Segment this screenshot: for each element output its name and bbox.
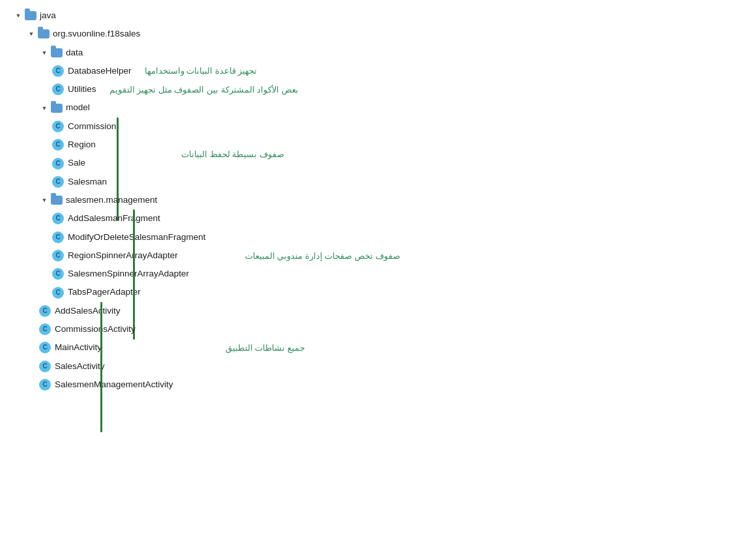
tree-node-salesactivity[interactable]: C SalesActivity: [39, 357, 173, 376]
arrow-java[interactable]: [13, 10, 23, 21]
file-tree: java org.svuonline.f18sales data C Datab…: [0, 0, 756, 400]
annotation-databasehelper: تجهيز قاعدة البيانات واستخدامها: [145, 63, 257, 78]
class-icon-databasehelper: C: [52, 65, 64, 77]
label-commission: Commission: [68, 119, 116, 134]
class-icon-regionspinnerarrayadapter: C: [52, 250, 64, 261]
label-salesman: Salesman: [68, 174, 107, 190]
tree-node-salesmen-management[interactable]: salesmen.management: [39, 191, 743, 209]
folder-icon-salesmen-management: [51, 196, 63, 205]
label-salesactivity: SalesActivity: [55, 359, 105, 374]
salesmen-annotation-container: صفوف تخص صفحات إدارة مندوبي المبيعات: [206, 209, 405, 301]
label-org: org.svuonline.f18sales: [53, 26, 140, 42]
class-icon-modifyordeletesalesmanfragment: C: [52, 231, 64, 243]
label-sale: Sale: [68, 155, 85, 171]
annotation-utilities: بعض الأكواد المشتركة بين الصفوف مثل تجهي…: [109, 82, 298, 97]
tree-node-tabspageradapter[interactable]: C TabsPagerAdapter: [52, 283, 206, 301]
activities-group-annotation: جميع نشاطات التطبيق: [225, 343, 305, 353]
label-regionspinnerarrayadapter: RegionSpinnerArrayAdapter: [68, 248, 178, 263]
tree-node-region[interactable]: C Region: [52, 136, 116, 154]
label-commissionsactivity: CommissionsActivity: [55, 321, 136, 337]
salesmen-group-annotation: صفوف تخص صفحات إدارة مندوبي المبيعات: [245, 251, 400, 261]
label-salesmenmanagementactivity: SalesmenManagementActivity: [55, 377, 173, 393]
folder-icon-data: [51, 48, 63, 57]
tree-node-java[interactable]: java: [13, 7, 743, 25]
folder-icon-model: [51, 104, 63, 113]
class-icon-addsalesmanfragment: C: [52, 213, 64, 224]
tree-node-salesmenmanagementactivity[interactable]: C SalesmenManagementActivity: [39, 376, 173, 394]
class-icon-commission: C: [52, 121, 64, 132]
label-region: Region: [68, 137, 96, 153]
class-icon-commissionsactivity: C: [39, 323, 51, 335]
label-mainactivity: MainActivity: [55, 340, 102, 355]
label-addsalesmanfragment: AddSalesmanFragment: [68, 211, 160, 226]
label-data: data: [66, 45, 83, 61]
class-icon-salesmenmanagementactivity: C: [39, 379, 51, 391]
tree-node-salesman[interactable]: C Salesman: [52, 173, 116, 191]
folder-icon-org: [38, 29, 50, 38]
arrow-salesmen-management[interactable]: [39, 195, 50, 205]
arrow-org[interactable]: [26, 29, 36, 39]
label-utilities: Utilities: [68, 82, 96, 97]
class-icon-salesactivity: C: [39, 361, 51, 372]
tree-node-commission[interactable]: C Commission: [52, 117, 116, 136]
tree-node-utilities[interactable]: C Utilities بعض الأكواد المشتركة بين الص…: [52, 80, 743, 98]
arrow-data[interactable]: [39, 48, 50, 58]
model-annotation-container: صفوف بسيطة لحفظ البيانات: [116, 117, 289, 191]
label-java: java: [40, 8, 56, 23]
tree-node-org[interactable]: org.svuonline.f18sales: [26, 25, 743, 43]
tree-node-modifyordeletesalesmanfragment[interactable]: C ModifyOrDeleteSalesmanFragment: [52, 228, 206, 246]
label-addsalesactivity: AddSalesActivity: [55, 303, 121, 319]
class-icon-tabspageradapter: C: [52, 287, 64, 299]
class-icon-salesman: C: [52, 176, 64, 188]
arrow-model[interactable]: [39, 103, 50, 113]
model-group-annotation: صفوف بسيطة لحفظ البيانات: [181, 149, 284, 159]
label-modifyordeletesalesmanfragment: ModifyOrDeleteSalesmanFragment: [68, 230, 206, 245]
tree-node-mainactivity[interactable]: C MainActivity: [39, 338, 173, 357]
label-salesmenspinnerarrayadapter: SalesmenSpinnerArrayAdapter: [68, 266, 189, 282]
class-icon-sale: C: [52, 158, 64, 170]
label-model: model: [66, 100, 90, 115]
class-icon-utilities: C: [52, 83, 64, 95]
tree-node-commissionsactivity[interactable]: C CommissionsActivity: [39, 320, 173, 338]
tree-node-data[interactable]: data: [39, 44, 743, 62]
class-icon-addsalesactivity: C: [39, 305, 51, 317]
activities-annotation-container: جميع نشاطات التطبيق: [173, 302, 310, 394]
label-tabspageradapter: TabsPagerAdapter: [68, 284, 141, 300]
tree-node-addsalesactivity[interactable]: C AddSalesActivity: [39, 302, 173, 320]
label-databasehelper: DatabaseHelper: [68, 63, 132, 79]
class-icon-salesmenspinnerarrayadapter: C: [52, 268, 64, 280]
class-icon-mainactivity: C: [39, 342, 51, 353]
activities-vertical-bar: [100, 302, 102, 432]
tree-node-model[interactable]: model: [39, 98, 743, 117]
tree-node-sale[interactable]: C Sale: [52, 154, 116, 172]
tree-node-salesmenspinnerarrayadapter[interactable]: C SalesmenSpinnerArrayAdapter: [52, 265, 206, 283]
tree-node-databasehelper[interactable]: C DatabaseHelper تجهيز قاعدة البيانات وا…: [52, 62, 743, 80]
tree-node-addsalesmanfragment[interactable]: C AddSalesmanFragment: [52, 209, 206, 228]
folder-icon-java: [25, 11, 36, 20]
tree-node-regionspinnerarrayadapter[interactable]: C RegionSpinnerArrayAdapter: [52, 246, 206, 265]
label-salesmen-management: salesmen.management: [66, 192, 157, 208]
class-icon-region: C: [52, 139, 64, 151]
